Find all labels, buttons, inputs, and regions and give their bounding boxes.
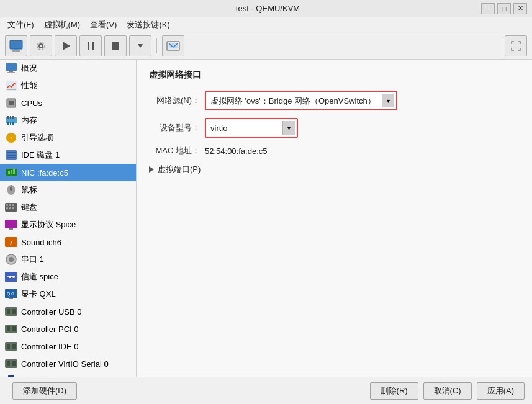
chevron-down-icon <box>137 42 144 50</box>
sidebar-item-boot[interactable]: ↑ 引导选项 <box>0 129 136 146</box>
svg-rect-69 <box>7 361 10 366</box>
svg-rect-41 <box>9 204 11 206</box>
maximize-button[interactable]: □ <box>497 3 511 14</box>
sound-icon: ♪ <box>5 236 17 248</box>
display-icon <box>5 218 17 231</box>
svg-rect-63 <box>7 326 10 331</box>
svg-text:↑: ↑ <box>10 135 13 141</box>
fullscreen-button[interactable] <box>505 35 527 56</box>
menu-file[interactable]: 文件(F) <box>2 18 39 32</box>
network-source-select[interactable]: 虚拟网络 'ovs'：Bridge 网络（OpenVSwitch） <box>208 95 382 107</box>
sidebar-item-channel[interactable]: 信道 spice <box>0 268 136 285</box>
sidebar-item-ide-disk[interactable]: IDE 磁盘 1 <box>0 146 136 164</box>
sidebar-item-label: 串口 1 <box>21 254 44 265</box>
main-content: 概况 性能 CPUs 内存 ↑ 引导选项 <box>0 60 532 377</box>
device-type-select[interactable]: virtio <box>208 122 282 134</box>
svg-point-51 <box>9 257 14 262</box>
svg-rect-30 <box>7 155 16 156</box>
sidebar-item-mouse[interactable]: 鼠标 <box>0 181 136 199</box>
monitor-icon <box>5 62 17 74</box>
close-button[interactable]: ✕ <box>513 3 527 14</box>
sidebar-item-ctrl-usb[interactable]: Controller USB 0 <box>0 303 136 320</box>
menu-view[interactable]: 查看(V) <box>85 18 122 32</box>
delete-button[interactable]: 删除(R) <box>370 382 418 400</box>
sidebar-item-ctrl-virtio[interactable]: Controller VirtIO Serial 0 <box>0 355 136 372</box>
monitor-button[interactable] <box>5 35 27 56</box>
sidebar-item-nic[interactable]: NIC :fa:de:c5 <box>0 164 136 181</box>
menu-vm[interactable]: 虚拟机(M) <box>39 18 86 32</box>
cancel-button[interactable]: 取消(C) <box>423 382 472 400</box>
svg-text:♪: ♪ <box>10 239 13 246</box>
mac-value: 52:54:00:fa:de:c5 <box>205 146 267 156</box>
disk-icon <box>5 149 17 161</box>
sidebar-item-memory[interactable]: 内存 <box>0 112 136 129</box>
sidebar-item-label: Controller IDE 0 <box>21 342 78 351</box>
sidebar-item-label: 显卡 QXL <box>21 289 56 300</box>
sidebar-item-serial[interactable]: 串口 1 <box>0 251 136 268</box>
svg-rect-61 <box>12 309 16 314</box>
sidebar-item-performance[interactable]: 性能 <box>0 77 136 94</box>
sidebar-item-ctrl-ide[interactable]: Controller IDE 0 <box>0 338 136 355</box>
controller-icon <box>5 357 17 370</box>
triangle-icon[interactable] <box>149 166 154 173</box>
svg-rect-7 <box>92 42 94 50</box>
svg-marker-5 <box>63 42 70 50</box>
window-controls[interactable]: ─ □ ✕ <box>481 3 527 14</box>
add-hardware-button[interactable]: 添加硬件(D) <box>12 382 77 400</box>
svg-rect-45 <box>12 207 14 209</box>
sidebar-item-cpus[interactable]: CPUs <box>0 94 136 112</box>
snapshot-icon <box>166 40 180 52</box>
settings-button[interactable] <box>30 35 52 56</box>
svg-point-54 <box>9 276 11 278</box>
network-source-arrow[interactable]: ▾ <box>382 94 394 107</box>
stop-icon <box>109 40 122 52</box>
svg-rect-29 <box>7 152 16 153</box>
sidebar-item-sound[interactable]: ♪ Sound ich6 <box>0 233 136 251</box>
pause-button[interactable] <box>79 35 102 56</box>
svg-rect-33 <box>8 171 10 174</box>
sidebar-item-vga[interactable]: QXL 显卡 QXL <box>0 285 136 303</box>
svg-rect-18 <box>9 101 14 105</box>
device-type-label: 设备型号： <box>149 122 205 133</box>
menubar: 文件(F) 虚拟机(M) 查看(V) 发送按键(K) <box>0 17 532 32</box>
sidebar-item-usb1[interactable]: USB 转发器 1 <box>0 372 136 377</box>
sidebar-item-label: Controller PCI 0 <box>21 325 78 334</box>
sidebar-item-label: Controller VirtIO Serial 0 <box>21 359 109 369</box>
svg-rect-44 <box>9 207 11 209</box>
svg-rect-31 <box>7 157 16 158</box>
svg-rect-66 <box>7 344 10 349</box>
sidebar-item-overview[interactable]: 概况 <box>0 60 136 77</box>
stop-button[interactable] <box>104 35 127 56</box>
svg-rect-60 <box>7 309 10 314</box>
snapshot-button[interactable] <box>162 35 184 56</box>
controller-icon <box>5 323 17 335</box>
sidebar-item-label: 引导选项 <box>21 132 53 143</box>
sidebar-item-label: 内存 <box>21 115 37 126</box>
sidebar-item-label: CPUs <box>21 99 42 108</box>
svg-rect-67 <box>12 344 16 349</box>
sidebar-item-display[interactable]: 显示协议 Spice <box>0 216 136 233</box>
mac-row: MAC 地址： 52:54:00:fa:de:c5 <box>149 145 520 156</box>
sidebar-item-label: 鼠标 <box>21 184 37 195</box>
apply-button[interactable]: 应用(A) <box>477 382 525 400</box>
virtual-port-label[interactable]: 虚拟端口(P) <box>158 164 201 175</box>
svg-rect-40 <box>6 204 8 206</box>
svg-rect-43 <box>6 207 8 209</box>
pause-icon <box>84 40 97 52</box>
svg-rect-25 <box>12 122 14 125</box>
sidebar-item-label: USB 转发器 1 <box>21 375 71 377</box>
svg-rect-34 <box>11 170 12 174</box>
menu-send-keys[interactable]: 发送按键(K) <box>122 18 174 32</box>
sidebar-item-keyboard[interactable]: 键盘 <box>0 199 136 216</box>
svg-point-55 <box>12 276 15 278</box>
dropdown-button[interactable] <box>129 35 151 56</box>
minimize-button[interactable]: ─ <box>481 3 495 14</box>
sidebar-item-ctrl-pci[interactable]: Controller PCI 0 <box>0 320 136 338</box>
virtual-port-row[interactable]: 虚拟端口(P) <box>149 164 520 175</box>
svg-rect-20 <box>7 116 9 119</box>
play-button[interactable] <box>55 35 77 56</box>
sidebar-item-label: 性能 <box>21 80 37 91</box>
svg-rect-22 <box>12 116 14 119</box>
device-type-arrow[interactable]: ▾ <box>282 121 295 135</box>
svg-rect-0 <box>10 40 22 49</box>
